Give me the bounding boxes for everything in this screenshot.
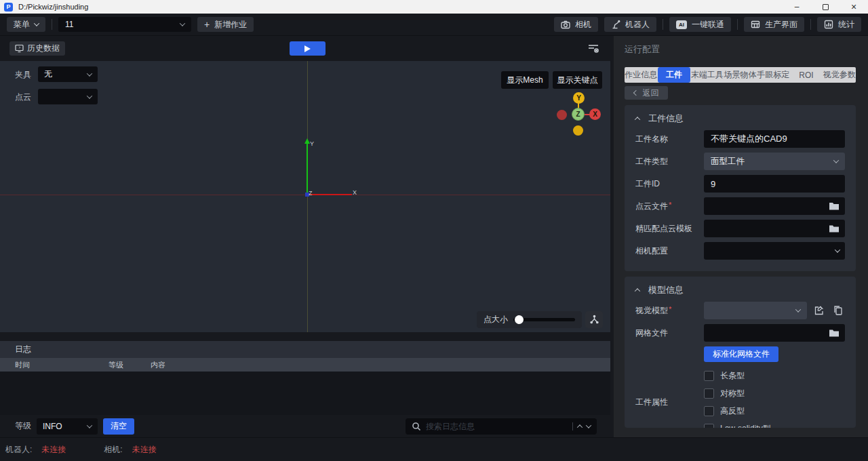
statistics-button[interactable]: 统计 [817,17,861,32]
viewport-column: 历史数据 Y X Z 夹具 无 [0,36,610,437]
viewport-settings-button[interactable] [586,41,601,56]
workpiece-info-card: 工件信息 工件名称 工件类型 面型工件 工件ID [625,105,856,271]
axis-z-label: Z [309,190,313,197]
axis-tree-button[interactable] [585,311,603,328]
log-level-select[interactable]: INFO [37,418,98,435]
attribute-label: 长条型 [720,370,745,382]
robot-icon [611,20,620,29]
tab-scene-object[interactable]: 场景物体 [724,67,757,83]
attribute-option[interactable]: 长条型 [704,367,745,384]
search-separator [572,422,573,430]
app-window: P D:/Pickwiz/jinshuding – × 菜单 11 + 新增作业… [0,0,868,461]
log-level-label: 等级 [15,420,31,432]
checkbox-icon[interactable] [704,406,714,416]
checkbox-icon[interactable] [704,388,714,399]
title-bar: P D:/Pickwiz/jinshuding – × [0,0,868,14]
copy-model-button[interactable] [831,304,845,317]
close-button[interactable]: × [840,0,868,14]
maximize-button[interactable] [811,0,840,14]
menu-button[interactable]: 菜单 [7,17,45,32]
vision-model-select[interactable] [704,302,807,319]
log-table-header: 时间 等级 内容 [0,358,610,372]
job-select[interactable]: 11 [58,17,191,32]
pointcloud-file-label: 点云文件* [635,201,704,212]
log-column-level: 等级 [108,360,151,370]
gizmo-x-negative-handle[interactable] [557,110,567,120]
field-row: 点云文件* [635,197,845,215]
attribute-label: Low-solidity型 [720,423,771,428]
workpiece-name-input[interactable] [704,130,845,148]
tab-roi[interactable]: ROI [790,67,823,83]
edit-model-button[interactable] [812,304,826,317]
history-data-button[interactable]: 历史数据 [9,41,65,56]
pointcloud-select[interactable] [38,89,98,104]
run-button[interactable] [290,41,326,56]
attribute-option[interactable]: Low-solidity型 [704,420,771,428]
history-data-label: 历史数据 [27,43,60,54]
folder-icon[interactable] [829,328,840,338]
match-template-field[interactable] [704,220,845,237]
mesh-file-label: 网格文件 [635,327,704,339]
history-icon [15,44,24,53]
gizmo-z-handle[interactable]: Z [572,108,585,121]
gizmo-x-handle[interactable]: X [589,108,601,120]
production-grid-icon [751,20,760,29]
axis-y-arrow [304,138,310,144]
viewport-3d[interactable]: Y X Z 夹具 无 点云 显示Mesh 显示关键点 [0,61,610,332]
show-mesh-button[interactable]: 显示Mesh [501,71,549,89]
camera-button[interactable]: 相机 [554,17,598,32]
gizmo-y-handle[interactable]: Y [573,92,585,104]
tab-vision-params[interactable]: 视觉参数 [823,67,856,83]
folder-icon[interactable] [829,224,840,233]
mesh-file-field[interactable] [704,324,845,342]
normalize-mesh-button[interactable]: 标准化网格文件 [704,346,778,362]
log-column-content: 内容 [151,360,165,370]
show-keypoints-button[interactable]: 显示关键点 [553,71,602,89]
config-tab-bar: 作业信息 工件 末端工具 场景物体 手眼标定 ROI 视觉参数 [625,67,856,83]
search-next-button[interactable] [586,422,591,428]
chevron-down-icon [87,422,92,428]
field-row: 网格文件 [635,324,845,342]
workpiece-type-select[interactable]: 面型工件 [704,153,845,170]
workpiece-info-header[interactable]: 工件信息 [635,112,845,125]
filter-settings-icon [587,42,599,54]
attribute-label: 对称型 [720,388,745,399]
minimize-button[interactable]: – [783,0,811,14]
tab-end-tool[interactable]: 末端工具 [690,67,724,83]
log-search-box [406,418,597,435]
gizmo-y-negative-handle[interactable] [573,125,583,136]
robot-button[interactable]: 机器人 [604,17,656,32]
add-job-label: 新增作业 [214,19,247,31]
log-search-input[interactable] [426,422,568,431]
field-row: 标准化网格文件 [635,346,845,362]
required-marker: * [669,305,671,313]
production-ui-button[interactable]: 生产界面 [744,17,804,32]
back-button[interactable]: 返回 [625,86,668,100]
required-marker: * [669,201,671,209]
checkbox-icon[interactable] [704,424,714,428]
attribute-option[interactable]: 高反型 [704,402,745,420]
attribute-option[interactable]: 对称型 [704,384,745,402]
add-job-button[interactable]: + 新增作业 [197,17,254,32]
app-logo-icon: P [4,3,13,12]
model-info-header[interactable]: 模型信息 [635,283,845,297]
workpiece-id-input[interactable] [704,175,845,193]
ai-icon: AI [676,20,687,29]
camera-config-select[interactable] [704,242,845,260]
axis-x-line [307,194,352,195]
chevron-down-icon [87,93,92,98]
checkbox-icon[interactable] [704,371,714,381]
log-rows-area[interactable] [0,372,610,415]
tab-job-info[interactable]: 作业信息 [625,67,658,83]
folder-icon[interactable] [829,201,840,211]
fixture-select[interactable]: 无 [38,66,98,82]
point-size-slider[interactable] [513,318,575,321]
clear-log-button[interactable]: 清空 [103,418,134,435]
pointcloud-file-field[interactable] [704,197,845,215]
axis-y-gridline [307,61,308,332]
one-key-connect-button[interactable]: AI 一键联通 [669,17,731,32]
search-prev-button[interactable] [577,424,583,430]
tab-hand-eye-calib[interactable]: 手眼标定 [757,67,790,83]
slider-knob[interactable] [515,315,524,324]
tab-workpiece[interactable]: 工件 [658,67,691,83]
